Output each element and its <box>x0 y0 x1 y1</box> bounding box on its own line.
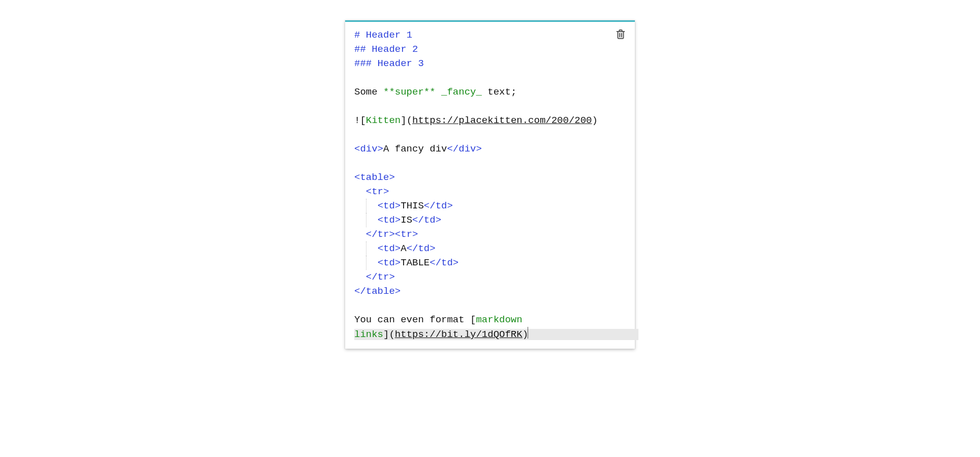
html-tag: </tr> <box>366 271 395 283</box>
indent-guide <box>366 241 366 256</box>
paragraph-text: Some <box>354 86 383 98</box>
header2-line: ## Header 2 <box>354 44 418 55</box>
header1-line: # Header 1 <box>354 29 412 41</box>
html-tag: <td> <box>378 215 401 226</box>
indent-guide <box>366 199 366 213</box>
indent-guide <box>366 256 366 270</box>
bold-token: **super** <box>383 86 436 98</box>
html-tag: </div> <box>447 143 481 155</box>
html-tag: <tr> <box>366 186 389 197</box>
active-line: links](https://bit.ly/1dQOfRK) <box>354 329 638 340</box>
image-url: https://placekitten.com/200/200 <box>412 115 592 126</box>
text-cursor <box>528 327 528 339</box>
paragraph-text: You can even format <box>354 314 470 325</box>
link-label: markdown <box>476 314 522 325</box>
html-tag: </td> <box>412 215 441 226</box>
delete-button[interactable] <box>614 27 628 41</box>
indent-guide <box>366 213 366 227</box>
html-tag: </td> <box>407 243 436 254</box>
markdown-editor[interactable]: # Header 1 ## Header 2 ### Header 3 Some… <box>354 28 626 342</box>
image-alt-text: Kitten <box>366 115 401 126</box>
italic-token: _fancy_ <box>441 86 482 98</box>
html-tag: <td> <box>378 257 401 268</box>
trash-icon <box>615 28 626 40</box>
html-tag: </td> <box>430 257 458 268</box>
html-tag: <table> <box>354 172 395 183</box>
image-bang: ! <box>354 115 360 126</box>
html-tag: </td> <box>424 200 453 211</box>
html-tag: <div> <box>354 143 383 155</box>
html-tag: </tr><tr> <box>366 229 418 240</box>
html-tag: <td> <box>378 200 401 211</box>
header3-line: ### Header 3 <box>354 58 424 69</box>
html-tag: <td> <box>378 243 401 254</box>
link-url: https://bit.ly/1dQOfRK <box>395 329 523 340</box>
link-label: links <box>354 329 383 340</box>
html-tag: </table> <box>354 286 401 297</box>
editor-card: # Header 1 ## Header 2 ### Header 3 Some… <box>345 20 635 349</box>
